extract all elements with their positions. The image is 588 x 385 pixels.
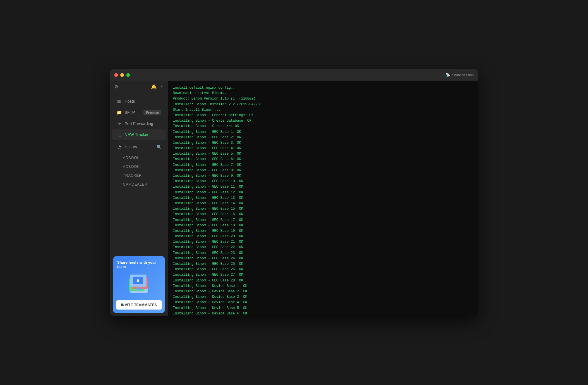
terminal-line: Installing Binom - GEO Base 26: OK [173, 267, 473, 272]
history-item-tracker[interactable]: TRACKER [110, 171, 168, 180]
terminal-line: Installing Binom - GEO Base 18: OK [173, 223, 473, 228]
terminal-line: Start Install Binom ... [173, 107, 473, 113]
traffic-lights [114, 73, 130, 77]
terminal-line: Installing Binom - GEO Base 10: OK [173, 179, 473, 184]
terminal-line: Installing Binom - GEO Base 6: OK [173, 157, 473, 162]
terminal-line: Installing Binom - GEO Base 1: OK [173, 129, 473, 135]
terminal-line: Installer: Binom Installer 2.2 (2019-04-… [173, 102, 473, 107]
promo-title: Share hosts with your team [113, 256, 165, 269]
share-session-button[interactable]: 📡 Share session [446, 73, 474, 77]
svg-rect-6 [136, 287, 142, 290]
app-window: 📡 Share session ⚙ 🔔 ⌂ ▦ Hosts [110, 69, 478, 316]
terminal-line: Installing Binom - GEO Base 12: OK [173, 190, 473, 195]
terminal-line: Installing Binom - GEO Base 11: OK [173, 184, 473, 190]
sidebar-item-port-forwarding[interactable]: ➜ Port Forwarding [112, 118, 166, 129]
terminal-line: Installing Binom - GEO Base 5: OK [173, 151, 473, 157]
history-item-adbook-2-label: ADBOOK [123, 164, 140, 169]
promo-image: B [113, 269, 165, 300]
terminal-line: Installing Binom - Device Base 1: OK [173, 283, 473, 289]
minimize-button[interactable] [120, 73, 124, 77]
terminal-line: Product: Binom Version 1.16 (i) (116009) [173, 96, 473, 102]
sidebar-item-hosts-label: Hosts [125, 99, 135, 104]
sidebar-top: ⚙ 🔔 ⌂ [110, 81, 168, 93]
terminal-line: Installing Binom - GEO Base 8: OK [173, 168, 473, 173]
share-icon: 📡 [446, 73, 450, 77]
terminal-line: Installing Binom - Device Base 6: OK [173, 311, 473, 316]
terminal-line: Installing Binom - GEO Base 3: OK [173, 140, 473, 146]
terminal-line: Installing Binom - GEO Base 22: OK [173, 245, 473, 250]
history-header-left: ◔ History [117, 144, 137, 149]
port-forwarding-icon: ➜ [117, 121, 122, 126]
terminal-line: Installing Binom - GEO Base 17: OK [173, 217, 473, 223]
home-icon[interactable]: ⌂ [161, 84, 164, 90]
terminal-line: Installing Binom - GEO Base 16: OK [173, 212, 473, 217]
history-item-cpmdealer[interactable]: CPMDEALER [110, 180, 168, 189]
terminal-line: Installing Binom - Device Base 2: OK [173, 289, 473, 294]
svg-text:B: B [137, 279, 139, 282]
terminal-line: Installing Binom - GEO Base 23: OK [173, 250, 473, 256]
settings-icon[interactable]: ⚙ [114, 84, 118, 90]
terminal-line: Installing Binom - GEO Base 19: OK [173, 228, 473, 234]
history-sub-items: ADBOOK ADBOOK TRACKER CPMDEALER [110, 153, 168, 189]
terminal-line: Downloading Latest Binom.. [173, 91, 473, 96]
sidebar-item-sftp-label: SFTP [125, 110, 135, 115]
sidebar-item-new-tracker-label: NEW Tracker [125, 132, 148, 137]
terminal-icon: ›_ [117, 133, 122, 137]
terminal-line: Installing Binom - GEO Base 27: OK [173, 272, 473, 278]
history-section: ◔ History 🔍 ADBOOK ADBOOK TRAC [110, 140, 168, 190]
bell-icon[interactable]: 🔔 [151, 84, 157, 90]
terminal-line: Installing Binom - Device Base 5: OK [173, 306, 473, 311]
terminal-line: Installing Binom - GEO Base 15: OK [173, 206, 473, 212]
history-item-cpmdealer-label: CPMDEALER [123, 182, 147, 186]
terminal-line: Installing Binom - GEO Base 4: OK [173, 146, 473, 151]
terminal-line: Installing Binom - Device Base 4: OK [173, 300, 473, 305]
terminal-line: Installing Binom - GEO Base 24: OK [173, 256, 473, 261]
terminal-line: Installing Binom - GEO Base 21: OK [173, 239, 473, 245]
terminal-line: Installing Binom - GEO Base 25: OK [173, 261, 473, 267]
sidebar-item-sftp[interactable]: 📁 SFTP Premium [112, 107, 166, 118]
terminal-line: Installing Binom - GEO Base 28: OK [173, 278, 473, 283]
sidebar-item-hosts[interactable]: ▦ Hosts [112, 96, 166, 107]
sidebar: ⚙ 🔔 ⌂ ▦ Hosts 📁 SFTP Premium [110, 81, 168, 316]
terminal-line: Installing Binom - Device Base 3: OK [173, 294, 473, 300]
premium-badge: Premium [144, 110, 161, 115]
terminal-line: Installing Binom - GEO Base 7: OK [173, 162, 473, 168]
terminal-line: Installing Binom - Structure: OK [173, 124, 473, 129]
invite-teammates-button[interactable]: INVITE TEAMMATES [116, 300, 162, 310]
hosts-icon: ▦ [117, 99, 122, 104]
sidebar-right-icons: 🔔 ⌂ [151, 84, 164, 90]
sftp-icon: 📁 [117, 110, 122, 115]
terminal-line: Installing Binom - GEO Base 13: OK [173, 195, 473, 201]
terminal-line: Installing Binom - GEO Base 20: OK [173, 234, 473, 239]
sidebar-nav: ▦ Hosts 📁 SFTP Premium ➜ Port Forwarding… [110, 93, 168, 253]
sidebar-item-port-forwarding-label: Port Forwarding [125, 121, 153, 126]
history-item-tracker-label: TRACKER [123, 173, 142, 178]
terminal-line: Installing Binom - General settings: OK [173, 113, 473, 118]
terminal-pane[interactable]: Install default nginx config..Downloadin… [168, 81, 478, 316]
history-label: History [125, 145, 137, 149]
history-item-adbook-2[interactable]: ADBOOK [110, 162, 168, 171]
terminal-line: Installing Binom - GEO Base 14: OK [173, 201, 473, 206]
titlebar: 📡 Share session [110, 69, 478, 81]
terminal-line: Installing Binom - Create database: OK [173, 118, 473, 124]
maximize-button[interactable] [126, 73, 130, 77]
main-content: ⚙ 🔔 ⌂ ▦ Hosts 📁 SFTP Premium [110, 81, 478, 316]
promo-banner: Share hosts with your team [113, 256, 165, 313]
history-item-adbook-1[interactable]: ADBOOK [110, 153, 168, 162]
share-session-label: Share session [452, 73, 474, 77]
sidebar-item-new-tracker[interactable]: ›_ NEW Tracker [112, 129, 166, 140]
history-item-adbook-1-label: ADBOOK [123, 155, 140, 160]
terminal-line: Installing Binom - GEO Base 9: OK [173, 173, 473, 179]
terminal-line: Install default nginx config.. [173, 85, 473, 91]
history-icon: ◔ [117, 144, 122, 149]
terminal-line: Installing Binom - GEO Base 2: OK [173, 135, 473, 140]
history-search-icon[interactable]: 🔍 [156, 145, 161, 149]
history-header[interactable]: ◔ History 🔍 [112, 141, 166, 152]
close-button[interactable] [114, 73, 118, 77]
